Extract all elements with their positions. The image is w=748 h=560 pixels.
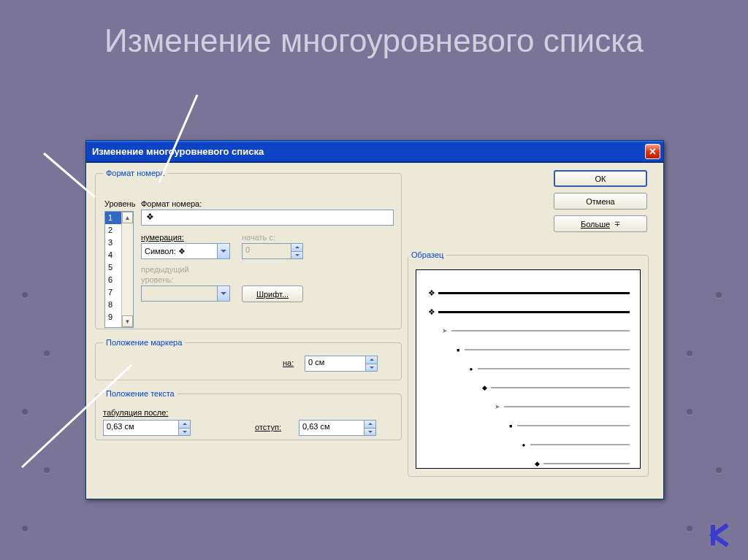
level-item-6[interactable]: 6 bbox=[105, 274, 121, 286]
label-level: Уровень bbox=[104, 199, 135, 208]
spinner-buttons[interactable] bbox=[365, 356, 377, 371]
preview-box bbox=[416, 269, 641, 469]
dialog-window: Изменение многоуровневого списка ✕ Форма… bbox=[85, 140, 664, 499]
level-scrollbar[interactable]: ▲ ▼ bbox=[121, 212, 133, 327]
cancel-button[interactable]: Отмена bbox=[554, 193, 647, 210]
group-number-format: Формат номера Уровень Формат номера: 1 2… bbox=[95, 169, 402, 329]
level-item-3[interactable]: 3 bbox=[105, 237, 121, 249]
level-listbox[interactable]: 1 2 3 4 5 6 7 8 9 ▲ ▼ bbox=[104, 211, 134, 328]
spin-down-icon[interactable] bbox=[178, 429, 190, 436]
label-prev-level-1: предыдущий bbox=[141, 265, 189, 274]
level-item-2[interactable]: 2 bbox=[105, 224, 121, 237]
scroll-up-icon[interactable]: ▲ bbox=[122, 212, 133, 223]
spinner-buttons[interactable] bbox=[178, 421, 190, 435]
scroll-down-icon[interactable]: ▼ bbox=[122, 315, 133, 327]
scroll-track[interactable] bbox=[122, 223, 133, 315]
spin-down-icon bbox=[291, 252, 302, 259]
preview-line bbox=[530, 444, 630, 445]
legend-text: Положение текста bbox=[103, 389, 178, 398]
spin-up-icon[interactable] bbox=[364, 421, 375, 429]
level-item-1[interactable]: 1 bbox=[105, 212, 121, 224]
preview-bullet-icon bbox=[505, 423, 516, 429]
preview-line bbox=[438, 292, 630, 294]
tab-after-spinner[interactable]: 0,63 см bbox=[103, 420, 191, 436]
slide-title: Изменение многоуровневого списка bbox=[0, 22, 748, 61]
close-button[interactable]: ✕ bbox=[645, 144, 660, 159]
dialog-button-column: ОК Отмена Больше∓ bbox=[554, 170, 647, 238]
spin-down-icon[interactable] bbox=[364, 429, 375, 436]
group-preview: Образец bbox=[408, 250, 649, 477]
dialog-title: Изменение многоуровневого списка bbox=[92, 146, 264, 157]
ok-button[interactable]: ОК bbox=[554, 170, 647, 187]
close-icon: ✕ bbox=[649, 146, 657, 157]
spin-down-icon[interactable] bbox=[365, 364, 377, 372]
level-item-4[interactable]: 4 bbox=[105, 249, 121, 261]
preview-line bbox=[465, 349, 630, 350]
preview-bullet-icon bbox=[519, 442, 529, 448]
chevron-down-icon[interactable] bbox=[217, 244, 229, 258]
legend-preview: Образец bbox=[408, 250, 446, 259]
number-format-input[interactable]: ❖ bbox=[141, 210, 394, 226]
prev-level-combo bbox=[141, 285, 230, 302]
spin-up-icon[interactable] bbox=[178, 421, 190, 429]
preview-line bbox=[517, 425, 630, 426]
chevron-down-icon bbox=[217, 286, 229, 301]
preview-line bbox=[543, 463, 630, 464]
level-item-5[interactable]: 5 bbox=[105, 261, 121, 274]
numbering-combo[interactable]: Символ: ❖ bbox=[141, 243, 230, 259]
preview-bullet-icon bbox=[427, 288, 437, 298]
more-button[interactable]: Больше∓ bbox=[554, 215, 647, 232]
preview-bullet-icon bbox=[466, 366, 476, 372]
preview-bullet-icon bbox=[532, 460, 542, 467]
spin-up-icon[interactable] bbox=[365, 356, 377, 364]
spin-up-icon bbox=[291, 244, 302, 252]
preview-line bbox=[451, 330, 630, 331]
preview-line bbox=[491, 387, 630, 388]
group-text-position: Положение текста табуляция после: 0,63 с… bbox=[95, 389, 402, 440]
preview-bullet-icon bbox=[492, 403, 503, 410]
spinner-buttons bbox=[291, 244, 302, 258]
label-format: Формат номера: bbox=[141, 199, 202, 208]
label-start-at: начать с: bbox=[242, 233, 275, 242]
dialog-titlebar[interactable]: Изменение многоуровневого списка ✕ bbox=[86, 141, 663, 163]
label-indent: отступ: bbox=[255, 423, 281, 431]
legend-marker: Положение маркера bbox=[103, 338, 185, 347]
indent-spinner[interactable]: 0,63 см bbox=[299, 420, 376, 436]
preview-line bbox=[504, 406, 630, 407]
label-tab-after: табуляция после: bbox=[103, 408, 168, 417]
level-item-7[interactable]: 7 bbox=[105, 286, 121, 299]
font-button[interactable]: Шрифт... bbox=[242, 285, 303, 302]
preview-bullet-icon bbox=[440, 327, 450, 334]
legend-format: Формат номера bbox=[103, 169, 167, 177]
preview-line bbox=[438, 311, 630, 313]
more-arrow-icon: ∓ bbox=[614, 220, 620, 228]
marker-position-spinner[interactable]: 0 см bbox=[305, 356, 378, 372]
spinner-buttons[interactable] bbox=[364, 421, 375, 435]
nav-prev-icon[interactable] bbox=[707, 522, 733, 548]
start-at-spinner: 0 bbox=[242, 243, 303, 259]
level-items: 1 2 3 4 5 6 7 8 9 bbox=[105, 212, 121, 327]
label-prev-level-2: уровень: bbox=[141, 275, 173, 284]
label-marker-at: на: bbox=[283, 358, 294, 367]
preview-bullet-icon bbox=[427, 307, 437, 317]
preview-bullet-icon bbox=[479, 384, 489, 391]
group-marker-position: Положение маркера на: 0 см bbox=[95, 338, 402, 380]
preview-line bbox=[478, 368, 630, 369]
level-item-8[interactable]: 8 bbox=[105, 299, 121, 311]
preview-bullet-icon bbox=[453, 348, 463, 353]
level-item-9[interactable]: 9 bbox=[105, 311, 121, 323]
dialog-body: Формат номера Уровень Формат номера: 1 2… bbox=[86, 163, 663, 499]
label-numbering: нумерация: bbox=[141, 233, 184, 242]
